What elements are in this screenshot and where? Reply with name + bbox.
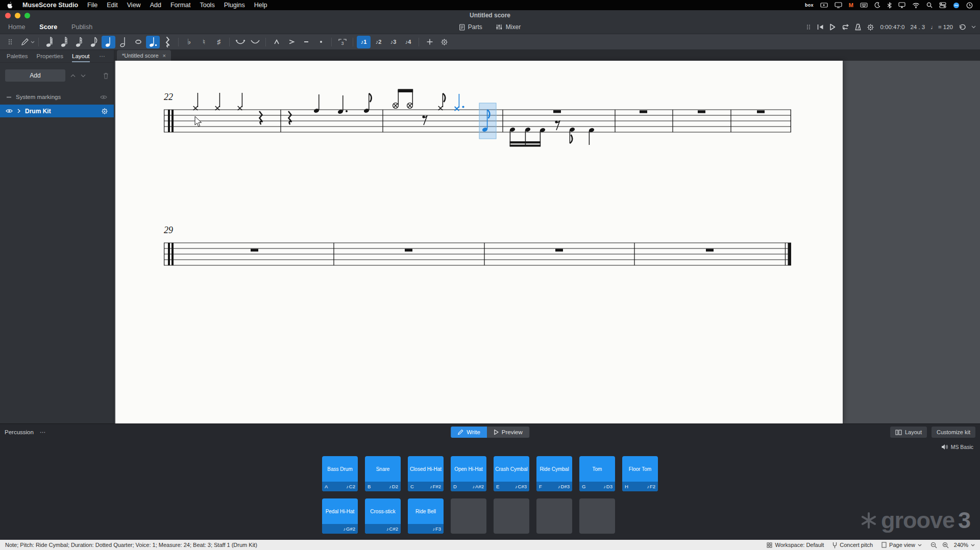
note-input-mode-caret-icon[interactable] [31,41,35,43]
sharp-icon[interactable]: ♯ [212,36,226,48]
add-button[interactable]: Add [5,69,65,82]
pad-ride-cymbal[interactable]: Ride CymbalF♪D#3 [536,456,572,491]
pad-snare[interactable]: SnareB♪D2 [365,456,401,491]
empty-pad[interactable] [579,498,615,534]
pad-crash-cymbal[interactable]: Crash CymbalE♪C#3 [494,456,529,491]
screen-mirror-icon[interactable] [820,1,828,9]
slur-icon[interactable] [248,36,262,48]
pad-floor-tom[interactable]: Floor TomH♪F2 [622,456,658,491]
eye-icon[interactable] [6,109,13,113]
control-center-icon[interactable] [939,1,946,9]
tab-home[interactable]: Home [8,23,25,31]
keyboard-icon[interactable] [860,1,868,9]
instrument-settings-gear-icon[interactable] [101,108,108,115]
duration-quarter-button[interactable] [102,36,115,48]
zoom-out-icon[interactable] [930,542,937,548]
menu-format[interactable]: Format [170,2,191,9]
rewind-button[interactable] [817,24,824,30]
tuplet-icon[interactable]: 3 [335,36,349,48]
playback-settings-icon[interactable] [867,23,874,31]
delete-icon[interactable] [103,72,109,79]
tab-publish[interactable]: Publish [71,23,92,31]
transport-drag-handle[interactable] [806,24,811,30]
score-page[interactable]: 22 [115,61,843,423]
flat-icon[interactable]: ♭ [182,36,196,48]
duration-32nd-button[interactable] [57,36,71,48]
score-notation[interactable]: 22 [115,61,843,423]
note-input-pencil-icon[interactable] [18,36,32,48]
spotlight-icon[interactable] [926,1,933,9]
duration-whole-button[interactable] [131,36,145,48]
zoom-in-icon[interactable] [942,542,949,548]
airplay-icon[interactable] [898,1,905,9]
menu-add[interactable]: Add [150,2,161,9]
parts-button[interactable]: Parts [459,23,482,31]
write-mode-button[interactable]: Write [451,427,487,438]
undo-icon[interactable] [959,24,966,31]
move-up-icon[interactable] [70,74,76,78]
duration-64th-button[interactable] [42,36,56,48]
panel-tabs-more-icon[interactable]: ⋯ [100,53,106,60]
selected-note-ride-cymbal[interactable] [455,94,464,111]
pad-tom[interactable]: TomG♪D3 [579,456,615,491]
menu-help[interactable]: Help [254,2,267,9]
pad-closed-hi-hat[interactable]: Closed Hi-HatC♪F#2 [408,456,444,491]
toolbar-drag-handle[interactable] [3,36,17,48]
panel-tab-palettes[interactable]: Palettes [7,50,28,62]
play-button[interactable] [829,23,836,31]
box-logo-icon[interactable]: box [805,1,814,9]
pad-pedal-hi-hat[interactable]: Pedal Hi-Hat♪G#2 [322,498,358,534]
customize-kit-button[interactable]: Customize kit [932,427,975,438]
tab-score[interactable]: Score [39,23,57,31]
tempo-display[interactable]: ♩ = 120 [930,24,953,30]
siri-icon[interactable] [953,1,960,9]
marcato-icon[interactable] [270,36,283,48]
layout-item-drum-kit[interactable]: Drum Kit [0,105,114,117]
move-down-icon[interactable] [81,74,86,78]
pad-cross-stick[interactable]: Cross-stick♪C#2 [365,498,401,534]
metronome-button[interactable] [855,23,861,31]
empty-pad[interactable] [536,498,572,534]
toolbar-customize-gear-icon[interactable] [437,36,451,48]
clock-icon[interactable] [966,1,973,9]
voice-4-button[interactable]: ♪4 [401,36,415,48]
zoom-level-selector[interactable]: 240% [954,542,975,548]
moon-icon[interactable] [874,1,880,9]
rest-button[interactable] [161,36,175,48]
expand-caret-icon[interactable] [17,109,20,113]
transport-more-caret-icon[interactable] [971,26,976,29]
display-icon[interactable] [835,1,842,9]
duration-16th-button[interactable] [72,36,86,48]
sound-selector[interactable]: MS Basic [941,444,973,450]
accent-icon[interactable] [284,36,298,48]
voice-3-button[interactable]: ♪3 [386,36,400,48]
natural-icon[interactable]: ♮ [197,36,211,48]
bluetooth-icon[interactable] [887,1,892,9]
menu-view[interactable]: View [127,2,141,9]
percussion-menu-icon[interactable]: ⋯ [40,429,46,436]
menu-app-name[interactable]: MuseScore Studio [22,2,78,9]
preview-mode-button[interactable]: Preview [487,427,529,438]
m-app-icon[interactable]: M [849,1,853,9]
document-tab[interactable]: *Untitled score × [117,50,171,61]
close-tab-icon[interactable]: × [163,53,166,59]
visibility-eye-icon[interactable] [100,95,107,99]
panel-layout-button[interactable]: Layout [890,427,927,438]
pad-open-hi-hat[interactable]: Open Hi-HatD♪A#2 [451,456,486,491]
wifi-icon[interactable] [912,1,920,9]
collapse-minus-icon[interactable] [7,96,11,98]
staccato-icon[interactable] [314,36,328,48]
duration-eighth-button[interactable] [87,36,101,48]
workspace-selector[interactable]: Workspace: Default [767,542,824,548]
loop-playback-button[interactable] [841,24,849,30]
voice-1-button[interactable]: ♪1 [357,36,371,48]
tenuto-icon[interactable] [299,36,313,48]
add-palette-plus-icon[interactable] [423,36,436,48]
voice-2-button[interactable]: ♪2 [372,36,385,48]
panel-tab-layout[interactable]: Layout [72,50,90,62]
menu-file[interactable]: File [87,2,97,9]
empty-pad[interactable] [494,498,529,534]
augmentation-dot-button[interactable] [146,36,160,48]
tie-icon[interactable] [233,36,247,48]
menu-tools[interactable]: Tools [200,2,214,9]
